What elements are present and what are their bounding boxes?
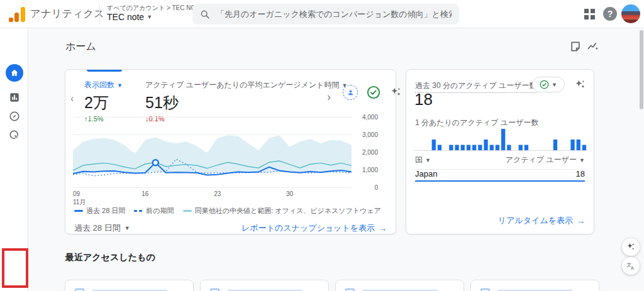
chevron-down-icon: ▼ xyxy=(579,157,585,163)
row-percentage-bar xyxy=(415,180,585,182)
country-cell: Japan xyxy=(415,169,437,178)
recent-card-2[interactable] xyxy=(200,280,329,291)
sidebar-item-reports[interactable] xyxy=(0,88,28,107)
date-range-selector[interactable]: 過去 28 日間▼ xyxy=(74,222,130,234)
overview-card-footer: 過去 28 日間▼ レポートのスナップショットを表示→ xyxy=(74,222,387,234)
bar-chart-icon xyxy=(9,92,20,103)
property-selector[interactable]: TEC note ▼ xyxy=(107,12,152,22)
notes-icon[interactable] xyxy=(569,40,583,54)
nav-sidebar: ⚙ xyxy=(0,28,28,291)
metric-views-value: 2万 xyxy=(84,92,123,113)
realtime-card: 過去 30 分のアクティブ ユーザー数 ▼ 18 1 分あたりのアクティブ ユー… xyxy=(406,69,594,234)
per-minute-bar-chart[interactable] xyxy=(414,128,587,151)
sparkle-insights-icon[interactable] xyxy=(574,79,586,91)
table-row[interactable]: Japan 18 xyxy=(415,169,585,178)
google-analytics-logo-icon[interactable] xyxy=(9,6,25,22)
advertising-target-icon xyxy=(9,129,20,141)
search-icon xyxy=(200,9,210,19)
chevron-down-icon: ▼ xyxy=(117,82,123,89)
search-bar[interactable] xyxy=(192,4,459,25)
insights-icon[interactable] xyxy=(587,40,601,54)
ga-home-screen: アナリティクス すべてのアカウント > TEC NOTE TEC note ▼ … xyxy=(0,0,644,291)
chevron-down-icon: ▼ xyxy=(425,157,431,163)
recent-card-3[interactable] xyxy=(335,280,464,291)
svg-text:A: A xyxy=(631,265,634,271)
legend-previous: 前の期間 xyxy=(134,206,174,216)
chevron-down-icon: ▼ xyxy=(125,225,130,231)
metric-views: 表示回数▼ 2万 ↑1.5% xyxy=(84,80,123,123)
sidebar-item-advertising[interactable] xyxy=(0,126,28,145)
scrollbar-thumb[interactable] xyxy=(640,30,643,109)
right-arrow-icon: → xyxy=(577,216,585,226)
translate-fab[interactable]: 文 A xyxy=(622,257,640,275)
chevron-down-icon: ▼ xyxy=(147,14,152,20)
realtime-title: 過去 30 分のアクティブ ユーザー数 xyxy=(415,80,537,93)
dashed-line-swatch xyxy=(134,210,143,212)
sparkle-icon xyxy=(626,242,636,252)
sidebar-item-home[interactable] xyxy=(0,63,28,82)
report-snapshot-link[interactable]: レポートのスナップショットを表示→ xyxy=(242,222,387,234)
app-title: アナリティクス xyxy=(30,8,104,21)
recent-card-icon xyxy=(345,288,355,291)
translate-icon: 文 A xyxy=(626,261,636,271)
app-header: アナリティクス すべてのアカウント > TEC NOTE TEC note ▼ … xyxy=(0,0,644,28)
engagement-line-chart[interactable] xyxy=(73,117,352,189)
legend-current: 過去 28 日間 xyxy=(74,206,125,216)
page-title: ホーム xyxy=(65,40,96,53)
chart-legend: 過去 28 日間 前の期間 同業他社の中央値と範囲: オフィス、ビジネスソフトウ… xyxy=(74,206,381,216)
user-avatar[interactable] xyxy=(621,4,640,23)
realtime-user-count: 18 xyxy=(414,90,433,109)
realtime-status-pill[interactable]: ▼ xyxy=(532,77,565,92)
recent-card-icon xyxy=(75,288,84,291)
metric-views-selector[interactable]: 表示回数▼ xyxy=(84,80,123,91)
solid-line-swatch xyxy=(74,210,83,212)
country-column-header[interactable]: 国▼ xyxy=(415,155,431,165)
benchmarking-badge-icon[interactable] xyxy=(343,85,358,100)
search-input[interactable] xyxy=(216,9,452,19)
chevron-right-icon[interactable]: › xyxy=(327,91,331,102)
metric-engagement-selector[interactable]: アクティブ ユーザーあたりの平均エンゲージメント時間▼ xyxy=(145,80,347,91)
sparkle-insights-icon[interactable] xyxy=(389,86,402,99)
metric-engagement-value: 51秒 xyxy=(145,92,347,113)
help-icon[interactable]: ? xyxy=(603,7,617,21)
recent-card-4[interactable] xyxy=(470,280,599,291)
data-quality-check-icon[interactable] xyxy=(367,85,380,99)
overview-card: ‹ 表示回数▼ 2万 ↑1.5% アクティブ ユーザーあたりの平均エンゲージメン… xyxy=(65,69,396,234)
value-cell: 18 xyxy=(576,169,585,178)
active-metric-tab-indicator xyxy=(87,70,122,72)
property-name: TEC note xyxy=(107,12,144,22)
home-icon xyxy=(6,64,23,82)
realtime-table-header: 国▼ アクティブ ユーザー▼ xyxy=(415,155,585,170)
recent-section-title: 最近アクセスしたもの xyxy=(65,252,155,263)
legend-benchmark: 同業他社の中央値と範囲: オフィス、ビジネスソフトウェア xyxy=(183,206,381,216)
right-arrow-icon: → xyxy=(379,224,387,233)
insights-fab[interactable] xyxy=(622,238,640,256)
check-circle-icon xyxy=(540,80,549,89)
chevron-down-icon: ▼ xyxy=(552,82,557,88)
chevron-left-icon[interactable]: ‹ xyxy=(70,94,74,104)
realtime-report-link[interactable]: リアルタイムを表示→ xyxy=(498,215,585,226)
metric-engagement: アクティブ ユーザーあたりの平均エンゲージメント時間▼ 51秒 ↓0.1% xyxy=(145,80,347,123)
header-divider xyxy=(99,4,100,24)
recent-card-icon xyxy=(480,288,490,291)
breadcrumb[interactable]: すべてのアカウント > TEC NOTE xyxy=(107,4,204,13)
teal-line-swatch xyxy=(183,210,192,212)
recent-card-icon xyxy=(210,288,219,291)
active-users-column-header[interactable]: アクティブ ユーザー▼ xyxy=(506,155,585,165)
recent-card-1[interactable] xyxy=(65,280,194,291)
diagnostics-grid-icon[interactable] xyxy=(584,9,595,19)
explore-compass-icon xyxy=(9,111,20,122)
realtime-subtitle: 1 分あたりのアクティブ ユーザー数 xyxy=(415,118,538,128)
sidebar-item-explore[interactable] xyxy=(0,107,28,126)
